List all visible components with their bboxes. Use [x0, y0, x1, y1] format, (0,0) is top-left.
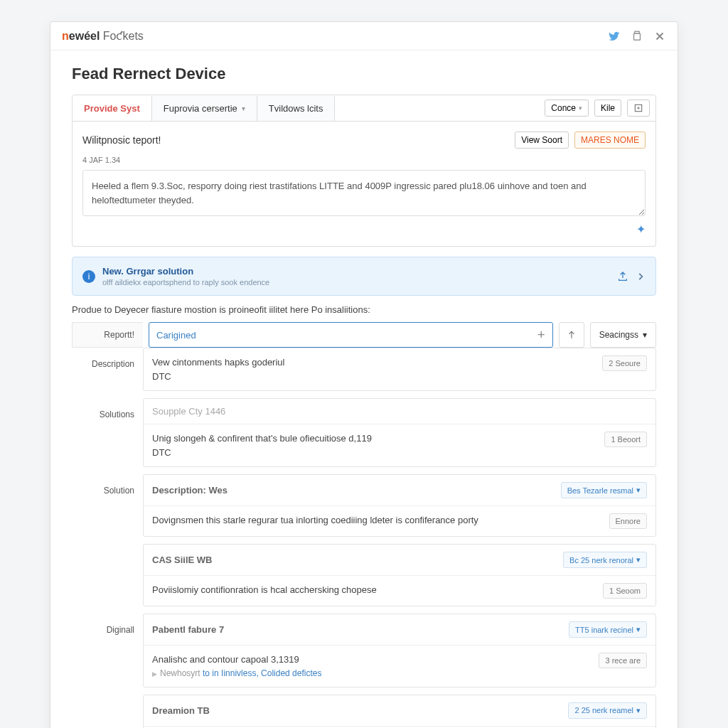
card-body-text: Poviislomiy contifionration is hcal acch… [152, 583, 603, 597]
twitter-icon[interactable] [608, 30, 621, 43]
side-label [72, 544, 143, 614]
status-pill[interactable]: Bc 25 nerk renoral ▾ [563, 552, 647, 568]
status-pill[interactable]: 2 25 nerk reamel ▾ [568, 702, 647, 719]
result-card[interactable]: Description: WesBes Tezarle resmal ▾Dovi… [143, 474, 656, 537]
card-body-text: Analishc and contour capoal 3,1319 [152, 653, 599, 667]
filter-label: Reportt! [72, 322, 143, 348]
logo-part-b: ewéel [69, 30, 100, 42]
report-panel: Wilitpnosic teport! View Soort MARES NOM… [72, 122, 656, 247]
titlebar: newéel Foƈkets [50, 22, 678, 50]
tab-fuprovia[interactable]: Fuprovia cersertie▾ [152, 96, 257, 121]
card-body-line2: DTC [152, 446, 604, 460]
btn-label: Seacingss [599, 330, 638, 340]
report-title: Wilitpnosic teport! [82, 134, 161, 146]
upload-icon[interactable] [617, 271, 628, 282]
chevron-down-icon: ▾ [636, 706, 641, 715]
tab-provide[interactable]: Provide Syst [73, 96, 152, 121]
btn-label: MARES NOME [581, 135, 639, 145]
card-title: Soupple Cty 1446 [152, 406, 225, 417]
info-subtitle: olff aildiekx eaportsphend to raply sook… [102, 278, 610, 287]
card-title: Pabentl fabure 7 [152, 624, 224, 635]
app-window: newéel Foƈkets Fead Rernect Device Provi… [50, 21, 678, 728]
result-card[interactable]: Pabentl fabure 7TT5 inark recinel ▾Anali… [143, 614, 656, 687]
search-input[interactable] [156, 330, 537, 341]
result-card[interactable]: Dreamion TB2 25 nerk reamel ▾Pow sill6-0… [143, 695, 656, 729]
tab-label: Provide Syst [84, 103, 140, 114]
btn-label: Kile [601, 103, 615, 113]
sort-button[interactable] [559, 322, 584, 348]
card-body-text: Unig slongeh & confirent that's bule ofi… [152, 432, 604, 446]
result-card[interactable]: Soupple Cty 1446Unig slongeh & confirent… [143, 398, 656, 467]
sub-link[interactable]: to in Iinnivless, Colided defictes [203, 668, 321, 678]
card-title: CAS SiilE WB [152, 555, 213, 565]
page-title: Fead Rernect Device [72, 65, 656, 83]
info-banner: i New. Grrgar solution olff aildiekx eap… [72, 257, 656, 296]
plus-icon[interactable]: + [537, 328, 545, 343]
card-title: Description: Wes [152, 485, 228, 496]
report-textarea[interactable]: Heeled a flem 9.3.Soc, resporry doing ri… [82, 170, 646, 216]
filter-row: Reportt! + Seacingss▾ [72, 322, 656, 348]
sub-pre: Newhosyrt [160, 668, 203, 678]
card-body-text: Vew cintonments hapks goderiul [152, 355, 602, 370]
count-tag: 1 Beoort [604, 432, 647, 447]
lead-text: Produe to Deyecer fiasture mostion is pr… [72, 304, 656, 315]
side-label [72, 695, 143, 729]
app-logo: newéel Foƈkets [62, 29, 144, 43]
notification-icon[interactable] [631, 30, 643, 43]
star-icon[interactable]: ✦ [636, 223, 646, 236]
close-icon[interactable] [653, 30, 666, 43]
tab-tvildows[interactable]: Tvildows lcits [257, 96, 336, 121]
card-body-line2: DTC [152, 370, 602, 384]
count-tag: 2 Seoure [602, 355, 647, 371]
chevron-down-icon: ▾ [636, 486, 641, 495]
count-tag: 1 Seoom [603, 583, 647, 599]
logo-part-a: n [62, 30, 69, 42]
chevron-down-icon: ▾ [579, 105, 582, 112]
tab-label: Fuprovia cersertie [164, 103, 237, 114]
side-label: Diginall [72, 614, 143, 695]
info-title: New. Grrgar solution [102, 266, 610, 277]
main-content: Fead Rernect Device Provide Syst Fuprovi… [50, 50, 678, 728]
tab-label: Tvildows lcits [269, 103, 323, 114]
conce-button[interactable]: Conce▾ [545, 100, 589, 117]
status-pill[interactable]: TT5 inark recinel ▾ [569, 621, 647, 638]
settings-button[interactable]: Seacingss▾ [590, 322, 656, 348]
chevron-down-icon: ▾ [643, 330, 647, 340]
export-icon-button[interactable] [627, 100, 650, 117]
btn-label: View Soort [521, 135, 562, 145]
triangle-icon: ▶ [152, 670, 157, 678]
count-tag: 3 rece are [599, 653, 647, 668]
mares-button[interactable]: MARES NOME [574, 132, 646, 149]
side-label: Solution [72, 474, 143, 544]
meta-date: 4 JAF 1.34 [82, 156, 646, 164]
tabs: Provide Syst Fuprovia cersertie▾ Tvildow… [72, 95, 656, 122]
side-label: Solutions [72, 398, 143, 474]
info-icon: i [82, 270, 95, 283]
btn-label: Conce [551, 103, 576, 113]
kile-button[interactable]: Kile [594, 100, 621, 117]
result-card[interactable]: CAS SiilE WBBc 25 nerk renoral ▾Poviislo… [143, 544, 656, 606]
side-label: Description [72, 348, 143, 398]
search-field[interactable]: + [149, 322, 553, 348]
chevron-down-icon: ▾ [636, 625, 641, 634]
card-title: Dreamion TB [152, 705, 210, 716]
logo-part-c: Foƈkets [100, 30, 143, 42]
count-tag: Ennore [609, 513, 647, 529]
chevron-right-icon[interactable] [636, 272, 646, 282]
view-sort-button[interactable]: View Soort [515, 132, 569, 149]
chevron-down-icon: ▾ [636, 555, 641, 564]
card-list: DescriptionVew cintonments hapks goderiu… [72, 348, 656, 728]
svg-rect-0 [634, 33, 641, 40]
result-card[interactable]: Vew cintonments hapks goderiulDTC2 Seour… [143, 348, 656, 391]
status-pill[interactable]: Bes Tezarle resmal ▾ [561, 482, 647, 498]
chevron-down-icon: ▾ [242, 105, 245, 112]
card-body-text: Dovignsmen this starle regurar tua inlor… [152, 513, 609, 528]
